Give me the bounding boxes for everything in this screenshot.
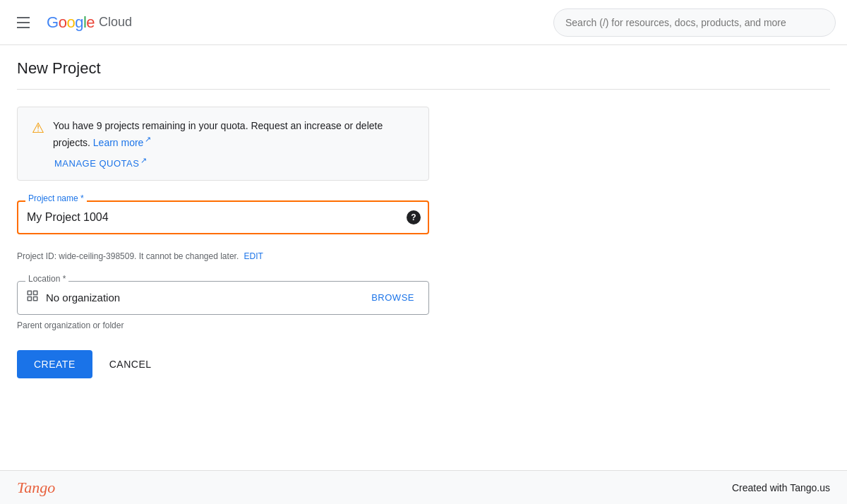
- help-icon[interactable]: ?: [407, 210, 421, 224]
- project-id-text: Project ID: wide-ceiling-398509. It cann…: [17, 251, 429, 261]
- browse-button[interactable]: BROWSE: [366, 289, 420, 306]
- create-button[interactable]: CREATE: [17, 350, 92, 378]
- svg-rect-1: [34, 292, 37, 295]
- footer: Tango Created with Tango.us: [0, 470, 847, 504]
- search-input[interactable]: [553, 8, 836, 37]
- app-header: Google Cloud: [0, 0, 847, 45]
- warning-icon: ⚠: [32, 119, 44, 136]
- location-field-group: Location * No organization BROWSE: [17, 281, 429, 315]
- menu-button[interactable]: [11, 11, 35, 34]
- quota-text: You have 9 projects remaining in your qu…: [53, 119, 414, 150]
- page-title: New Project: [17, 45, 830, 90]
- svg-rect-0: [28, 292, 31, 295]
- quota-banner: ⚠ You have 9 projects remaining in your …: [17, 107, 429, 181]
- project-name-field: Project name * ?: [17, 200, 429, 234]
- cancel-button[interactable]: CANCEL: [98, 350, 163, 378]
- project-name-wrapper: ?: [17, 200, 429, 234]
- google-wordmark: Google: [47, 13, 95, 32]
- created-with-text: Created with Tango.us: [732, 482, 830, 493]
- location-left: No organization: [26, 289, 120, 306]
- cloud-wordmark: Cloud: [99, 15, 132, 30]
- organization-icon: [26, 289, 39, 306]
- svg-rect-2: [28, 297, 31, 301]
- no-organization-text: No organization: [46, 292, 120, 304]
- manage-quotas-link[interactable]: MANAGE QUOTAS: [54, 156, 414, 169]
- project-name-label: Project name *: [25, 193, 87, 203]
- google-cloud-logo[interactable]: Google Cloud: [47, 13, 132, 32]
- location-field: No organization BROWSE: [17, 281, 429, 315]
- location-label: Location *: [25, 274, 68, 284]
- main-content: New Project ⚠ You have 9 projects remain…: [0, 45, 847, 470]
- learn-more-link[interactable]: Learn more: [93, 137, 152, 148]
- edit-project-id-link[interactable]: EDIT: [244, 251, 263, 261]
- project-name-input[interactable]: [17, 200, 429, 234]
- svg-rect-3: [34, 297, 37, 301]
- new-project-form: Project name * ? Project ID: wide-ceilin…: [17, 200, 429, 378]
- action-buttons: CREATE CANCEL: [17, 350, 429, 378]
- tango-logo: Tango: [17, 479, 55, 497]
- parent-hint-text: Parent organization or folder: [17, 320, 429, 330]
